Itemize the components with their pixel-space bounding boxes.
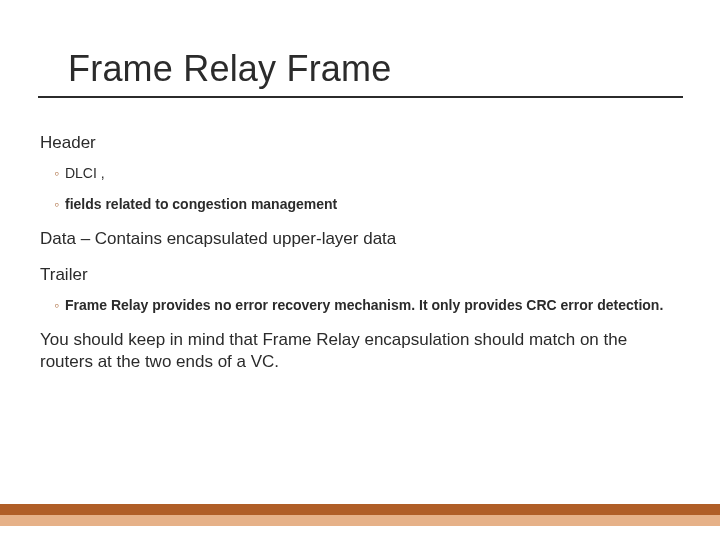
- bullet-marker: ◦: [54, 296, 59, 315]
- bullet-text: Frame Relay provides no error recovery m…: [65, 296, 682, 315]
- bullet-text: DLCI ,: [65, 164, 682, 183]
- title-wrap: Frame Relay Frame: [38, 48, 682, 90]
- section-trailer-label: Trailer: [40, 264, 682, 286]
- bullet-text: fields related to congestion management: [65, 195, 682, 214]
- bullet-marker: ◦: [54, 195, 59, 214]
- footer-accent-band: [0, 504, 720, 526]
- band-light: [0, 515, 720, 526]
- section-data-text: Data – Contains encapsulated upper-layer…: [40, 228, 682, 250]
- bullet-marker: ◦: [54, 164, 59, 183]
- section-note-text: You should keep in mind that Frame Relay…: [40, 329, 682, 373]
- header-bullet: ◦ DLCI ,: [40, 164, 682, 183]
- section-header-label: Header: [40, 132, 682, 154]
- content-area: Header ◦ DLCI , ◦ fields related to cong…: [38, 98, 682, 373]
- slide: Frame Relay Frame Header ◦ DLCI , ◦ fiel…: [0, 0, 720, 540]
- header-bullet: ◦ fields related to congestion managemen…: [40, 195, 682, 214]
- band-dark: [0, 504, 720, 515]
- slide-title: Frame Relay Frame: [68, 48, 682, 90]
- trailer-bullet: ◦ Frame Relay provides no error recovery…: [40, 296, 682, 315]
